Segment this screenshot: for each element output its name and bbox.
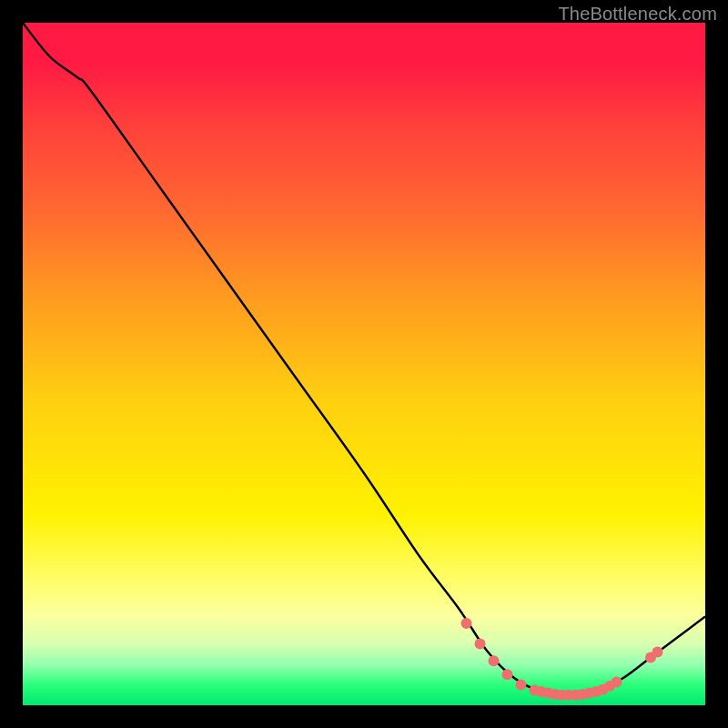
data-marker (652, 647, 663, 658)
plot-area (23, 23, 705, 705)
data-marker (612, 677, 622, 688)
attribution-text: TheBottleneck.com (558, 4, 717, 25)
chart-container: TheBottleneck.com (0, 0, 728, 728)
data-marker (502, 669, 513, 680)
data-marker (489, 655, 500, 666)
data-marker (516, 680, 527, 691)
marker-layer (461, 618, 663, 701)
data-marker (461, 618, 472, 629)
bottleneck-curve (23, 23, 705, 695)
curve-layer (23, 23, 705, 705)
data-marker (475, 639, 486, 650)
